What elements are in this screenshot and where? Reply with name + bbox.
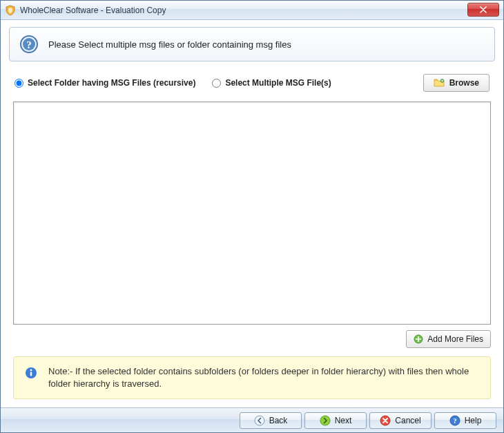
add-more-files-button[interactable]: Add More Files	[406, 330, 491, 348]
next-button-label: Next	[335, 416, 352, 425]
back-arrow-icon	[254, 415, 265, 426]
instruction-text: Please Select multiple msg files or fold…	[48, 39, 291, 50]
help-button-label: Help	[465, 416, 482, 425]
back-button[interactable]: Back	[240, 412, 302, 429]
note-text: Note:- If the selected folder contains s…	[48, 365, 479, 390]
source-options-row: Select Folder having MSG Files (recursiv…	[14, 74, 490, 92]
help-icon: ?	[449, 415, 461, 426]
svg-rect-7	[30, 372, 32, 376]
titlebar: WholeClear Software - Evaluation Copy	[1, 1, 503, 20]
browse-button-label: Browse	[449, 78, 479, 88]
radio-select-folder-input[interactable]	[14, 79, 23, 88]
radio-select-files[interactable]: Select Multiple MSG File(s)	[212, 78, 331, 88]
radio-select-files-input[interactable]	[212, 79, 221, 88]
source-radio-group: Select Folder having MSG Files (recursiv…	[14, 78, 407, 88]
window-title: WholeClear Software - Evaluation Copy	[20, 6, 166, 15]
add-more-files-label: Add More Files	[427, 334, 483, 344]
app-window: WholeClear Software - Evaluation Copy ? …	[0, 0, 504, 433]
next-arrow-icon	[320, 415, 331, 426]
radio-select-folder-label: Select Folder having MSG Files (recursiv…	[28, 78, 195, 88]
svg-text:?: ?	[26, 39, 32, 50]
browse-button[interactable]: Browse	[423, 74, 490, 92]
info-icon	[25, 367, 37, 379]
cancel-button-label: Cancel	[395, 416, 420, 425]
note-panel: Note:- If the selected folder contains s…	[13, 356, 491, 399]
add-more-row: Add More Files	[13, 330, 491, 348]
file-list[interactable]	[13, 102, 491, 325]
radio-select-folder[interactable]: Select Folder having MSG Files (recursiv…	[14, 78, 195, 88]
content-area: ? Please Select multiple msg files or fo…	[1, 20, 503, 407]
svg-text:?: ?	[453, 417, 456, 425]
titlebar-left: WholeClear Software - Evaluation Copy	[5, 5, 166, 16]
instruction-panel: ? Please Select multiple msg files or fo…	[9, 27, 495, 61]
app-icon	[5, 5, 16, 16]
radio-select-files-label: Select Multiple MSG File(s)	[225, 78, 331, 88]
back-button-label: Back	[269, 416, 288, 425]
cancel-button[interactable]: Cancel	[369, 412, 432, 429]
footer-bar: Back Next Cancel ? Help	[1, 407, 503, 432]
help-button[interactable]: ? Help	[434, 412, 496, 429]
plus-icon	[414, 334, 423, 344]
svg-point-8	[255, 416, 264, 425]
folder-icon	[434, 78, 445, 88]
svg-point-9	[320, 416, 330, 425]
question-icon: ?	[19, 35, 39, 54]
next-button[interactable]: Next	[304, 412, 367, 429]
svg-point-6	[30, 369, 32, 371]
close-button[interactable]	[467, 3, 499, 17]
cancel-icon	[380, 415, 391, 426]
